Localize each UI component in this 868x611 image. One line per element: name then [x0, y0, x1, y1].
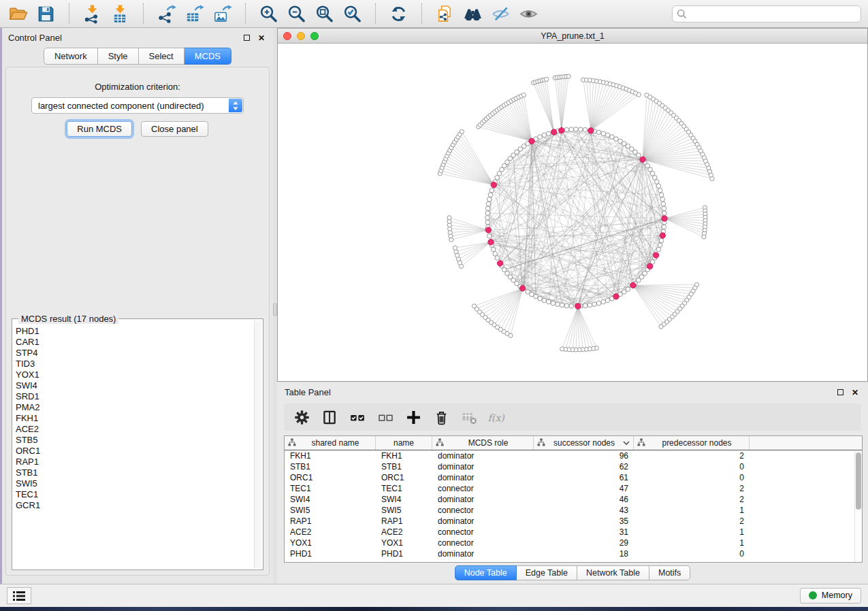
select-all-button[interactable]: [348, 408, 367, 427]
zoom-in-button[interactable]: [257, 3, 280, 25]
table-row[interactable]: FKH1FKH1dominator962: [285, 450, 862, 461]
table-row[interactable]: RAP1RAP1dominator352: [285, 516, 862, 527]
window-zoom-button[interactable]: [310, 32, 319, 40]
column-label: name: [379, 438, 428, 448]
columns-button[interactable]: [320, 408, 339, 427]
memory-status-icon: [809, 591, 817, 599]
mcds-result-item[interactable]: ORC1: [16, 446, 252, 457]
mcds-result-item[interactable]: STP4: [16, 348, 252, 359]
tab-motifs[interactable]: Motifs: [649, 565, 690, 580]
mcds-result-item[interactable]: STB5: [16, 435, 252, 446]
float-panel-icon[interactable]: [244, 35, 250, 41]
binoculars-button[interactable]: [462, 3, 484, 25]
gear-button[interactable]: [292, 408, 311, 427]
mcds-result-item[interactable]: SWI4: [16, 380, 252, 391]
open-folder-button[interactable]: [7, 3, 29, 25]
optimization-criterion-label: Optimization criterion:: [6, 82, 269, 92]
toolbar-separator: [143, 3, 144, 24]
node-table: shared namenameMCDS rolesuccessor nodesp…: [284, 435, 863, 563]
column-header-predecessor-nodes[interactable]: predecessor nodes: [634, 436, 750, 450]
close-panel-icon[interactable]: ✕: [258, 35, 265, 42]
import-network-button[interactable]: [81, 3, 103, 25]
table-row[interactable]: ACE2ACE2connector311: [285, 527, 862, 538]
save-icon: [36, 4, 56, 24]
float-table-panel-icon[interactable]: [837, 389, 843, 395]
mcds-result-item[interactable]: TEC1: [16, 489, 252, 500]
hide-graphics-icon: [491, 4, 511, 24]
mcds-result-item[interactable]: CAR1: [16, 337, 252, 348]
table-row[interactable]: SWI5SWI5connector431: [285, 505, 862, 516]
cell-predecessor-nodes: 1: [634, 538, 750, 548]
cell-name: SWI4: [376, 494, 432, 505]
show-graphics-button[interactable]: [517, 3, 540, 25]
mcds-result-item[interactable]: SRD1: [16, 391, 252, 402]
mcds-result-item[interactable]: PMA2: [16, 402, 252, 413]
table-row[interactable]: ORC1ORC1dominator610: [285, 472, 862, 483]
mcds-result-item[interactable]: TID3: [16, 359, 252, 369]
column-header-MCDS-role[interactable]: MCDS role: [432, 436, 534, 450]
zoom-out-icon: [287, 4, 306, 24]
cell-shared-name: TEC1: [285, 483, 376, 494]
graph-edges: [440, 76, 712, 350]
save-button[interactable]: [35, 3, 57, 25]
hide-graphics-button[interactable]: [489, 3, 512, 25]
network-canvas[interactable]: [278, 44, 867, 381]
cell-shared-name: SWI5: [285, 505, 376, 516]
table-row[interactable]: STB1STB1dominator620: [285, 461, 862, 472]
tab-edge-table[interactable]: Edge Table: [517, 565, 577, 580]
tab-style[interactable]: Style: [98, 48, 139, 65]
tab-mcds[interactable]: MCDS: [184, 48, 231, 65]
table-tabs: Node TableEdge TableNetwork TableMotifs: [277, 565, 868, 580]
memory-button[interactable]: Memory: [800, 588, 861, 604]
tab-network-table[interactable]: Network Table: [577, 565, 649, 580]
list-scrollbar[interactable]: [254, 320, 261, 568]
export-table-icon: [184, 4, 204, 24]
export-image-button[interactable]: [211, 3, 234, 25]
column-header-shared-name[interactable]: shared name: [285, 436, 376, 450]
close-table-panel-icon[interactable]: ✕: [852, 389, 858, 396]
table-scrollbar[interactable]: [854, 451, 862, 562]
tab-node-table[interactable]: Node Table: [455, 565, 517, 580]
network-graph[interactable]: [278, 44, 867, 381]
copy-document-button[interactable]: [434, 3, 456, 25]
export-network-button[interactable]: [155, 3, 178, 25]
close-panel-button[interactable]: Close panel: [141, 121, 208, 137]
mcds-result-item[interactable]: YOX1: [16, 369, 252, 380]
mcds-result-item[interactable]: GCR1: [16, 500, 252, 511]
mcds-result-item[interactable]: STB1: [16, 467, 252, 478]
tab-select[interactable]: Select: [139, 48, 184, 65]
mcds-result-item[interactable]: SWI5: [16, 478, 252, 489]
window-close-button[interactable]: [283, 32, 291, 40]
scrollbar-thumb[interactable]: [856, 452, 861, 510]
table-row[interactable]: TEC1TEC1connector472: [285, 483, 862, 494]
run-mcds-button[interactable]: Run MCDS: [67, 121, 132, 137]
search-input[interactable]: [672, 5, 861, 22]
column-header-successor-nodes[interactable]: successor nodes: [534, 436, 634, 450]
table-row[interactable]: SWI4SWI4dominator462: [285, 494, 862, 505]
mcds-result-item[interactable]: RAP1: [16, 457, 252, 467]
refresh-button[interactable]: [387, 3, 410, 25]
criterion-select[interactable]: largest connected component (undirected): [31, 97, 244, 114]
table-row[interactable]: PHD1PHD1dominator180: [285, 548, 862, 559]
cell-predecessor-nodes: 1: [634, 527, 750, 538]
function-button: f(x): [487, 408, 507, 427]
tab-network[interactable]: Network: [44, 48, 98, 65]
trash-button[interactable]: [432, 408, 451, 427]
import-table-button[interactable]: [109, 3, 131, 25]
zoom-out-button[interactable]: [285, 3, 308, 25]
zoom-selected-button[interactable]: [341, 3, 364, 25]
cell-successor-nodes: 43: [534, 505, 634, 516]
table-row[interactable]: YOX1YOX1connector291: [285, 538, 862, 548]
mcds-result-list[interactable]: PHD1CAR1STP4TID3YOX1SWI4SRD1PMA2FKH1ACE2…: [16, 326, 252, 568]
export-table-button[interactable]: [183, 3, 206, 25]
column-header-name[interactable]: name: [376, 436, 432, 450]
cell-filler: [750, 505, 862, 516]
mcds-result-item[interactable]: FKH1: [16, 413, 252, 424]
zoom-fit-button[interactable]: [313, 3, 336, 25]
task-history-button[interactable]: [7, 587, 31, 604]
deselect-all-button[interactable]: [376, 408, 395, 427]
add-button[interactable]: [404, 408, 423, 427]
mcds-result-item[interactable]: ACE2: [16, 424, 252, 435]
mcds-result-item[interactable]: PHD1: [16, 326, 252, 337]
window-minimize-button[interactable]: [297, 32, 305, 40]
